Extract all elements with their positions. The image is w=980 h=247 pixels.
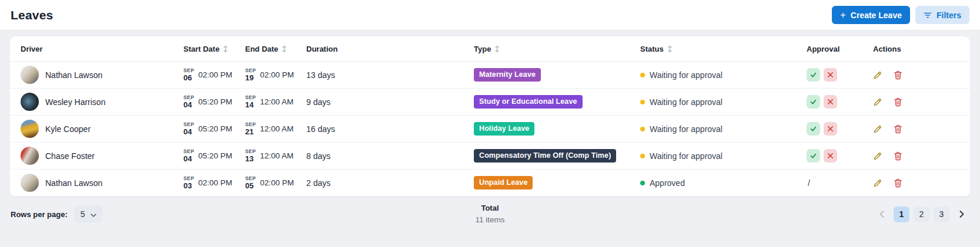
sort-icon[interactable] [222, 45, 229, 53]
end-time: 12:00 AM [260, 124, 293, 133]
rows-per-page-label: Rows per page: [11, 210, 68, 219]
approve-button[interactable] [807, 149, 820, 163]
start-month: SEP [183, 176, 194, 181]
end-month: SEP [245, 176, 256, 181]
start-month: SEP [183, 149, 194, 154]
start-time: 02:00 PM [198, 178, 232, 187]
status-cell: Approved [640, 178, 807, 188]
type-cell: Holiday Leave [474, 122, 640, 136]
start-time: 05:20 PM [198, 124, 232, 133]
edit-button[interactable] [873, 124, 882, 134]
driver-name: Nathan Lawson [45, 70, 102, 80]
leaves-table-card: Driver Start Date End Date Duration Type… [10, 36, 970, 197]
reject-button[interactable] [824, 68, 837, 82]
approve-button[interactable] [807, 68, 820, 82]
reject-button[interactable] [824, 149, 837, 163]
approval-cell [807, 149, 869, 163]
table-row: Nathan Lawson SEP 06 02:00 PM SEP 19 02:… [10, 62, 970, 89]
total-label: Total [475, 203, 504, 214]
column-header-approval: Approval [807, 45, 869, 53]
page-button-2[interactable]: 2 [914, 207, 929, 222]
delete-button[interactable] [894, 124, 902, 134]
start-month: SEP [183, 95, 194, 100]
status-label: Waiting for approval [650, 97, 723, 107]
driver-cell: Chase Foster [21, 147, 183, 165]
status-label: Waiting for approval [650, 124, 723, 134]
approve-button[interactable] [807, 95, 820, 109]
column-header-duration: Duration [306, 45, 474, 53]
start-time: 05:20 PM [198, 151, 232, 160]
actions-cell [869, 178, 959, 188]
table-header-row: Driver Start Date End Date Duration Type… [10, 36, 970, 62]
pagination: 123 [874, 207, 969, 222]
column-header-status[interactable]: Status [640, 45, 807, 53]
create-leave-label: Create Leave [851, 11, 902, 20]
table-row: Wesley Harrison SEP 04 05:20 PM SEP 14 1… [10, 89, 970, 116]
create-leave-button[interactable]: + Create Leave [832, 6, 910, 24]
delete-button[interactable] [894, 70, 902, 80]
end-month: SEP [245, 122, 256, 127]
edit-button[interactable] [873, 70, 882, 80]
next-page-button[interactable] [954, 207, 969, 222]
start-date-cell: SEP 04 05:20 PM [183, 95, 245, 109]
column-header-end-date[interactable]: End Date [245, 45, 306, 53]
chevron-down-icon [91, 209, 96, 219]
end-date-cell: SEP 19 02:00 PM [245, 68, 306, 82]
delete-button[interactable] [894, 97, 902, 107]
duration-cell: 8 days [306, 151, 474, 161]
reject-button[interactable] [824, 95, 837, 109]
status-dot [640, 73, 645, 77]
edit-button[interactable] [873, 178, 882, 188]
previous-page-button[interactable] [874, 207, 889, 222]
delete-button[interactable] [894, 178, 902, 188]
leave-type-badge: Maternity Leave [474, 68, 541, 82]
status-cell: Waiting for approval [640, 124, 807, 134]
column-header-actions: Actions [869, 45, 959, 53]
sort-icon[interactable] [494, 45, 500, 53]
top-bar: Leaves + Create Leave Filters [0, 0, 980, 31]
filters-button[interactable]: Filters [915, 6, 969, 24]
end-time: 12:00 AM [260, 97, 293, 106]
driver-cell: Wesley Harrison [21, 93, 183, 111]
status-cell: Waiting for approval [640, 70, 807, 80]
end-day: 21 [245, 128, 253, 136]
total-value: 11 items [475, 214, 504, 226]
status-dot [640, 100, 645, 104]
approval-cell [807, 68, 869, 82]
end-day: 05 [245, 182, 253, 190]
type-cell: Study or Educational Leave [474, 95, 640, 109]
page-button-3[interactable]: 3 [934, 207, 949, 222]
table-row: Kyle Cooper SEP 04 05:20 PM SEP 21 12:00… [10, 116, 970, 143]
end-day: 14 [245, 101, 253, 109]
approve-button[interactable] [807, 122, 820, 136]
start-day: 03 [183, 182, 192, 190]
reject-button[interactable] [824, 122, 837, 136]
end-date-cell: SEP 21 12:00 AM [245, 122, 306, 136]
end-date-cell: SEP 05 02:00 PM [245, 176, 306, 190]
rows-per-page: Rows per page: 5 [11, 205, 103, 223]
type-cell: Maternity Leave [474, 68, 640, 82]
leave-type-badge: Study or Educational Leave [474, 95, 583, 109]
sort-icon[interactable] [281, 45, 287, 53]
end-time: 02:00 PM [260, 70, 294, 79]
rows-per-page-select[interactable]: 5 [74, 205, 103, 223]
sort-icon[interactable] [667, 45, 673, 53]
page-button-1[interactable]: 1 [894, 207, 909, 222]
end-day: 13 [245, 155, 253, 163]
driver-avatar [21, 147, 39, 165]
driver-cell: Kyle Cooper [21, 120, 183, 138]
actions-cell [869, 124, 959, 134]
status-cell: Waiting for approval [640, 151, 807, 161]
edit-button[interactable] [873, 151, 882, 161]
type-cell: Unpaid Leave [474, 176, 640, 190]
column-header-driver: Driver [21, 45, 183, 53]
filter-icon [924, 12, 932, 19]
delete-button[interactable] [894, 151, 902, 161]
table-row: Chase Foster SEP 04 05:20 PM SEP 13 12:0… [10, 143, 970, 170]
table-footer: Rows per page: 5 Total 11 items 123 [0, 197, 980, 223]
column-header-start-date[interactable]: Start Date [183, 45, 245, 53]
column-header-type[interactable]: Type [474, 45, 640, 53]
start-date-cell: SEP 04 05:20 PM [183, 122, 245, 136]
end-month: SEP [245, 149, 256, 154]
edit-button[interactable] [873, 97, 882, 107]
